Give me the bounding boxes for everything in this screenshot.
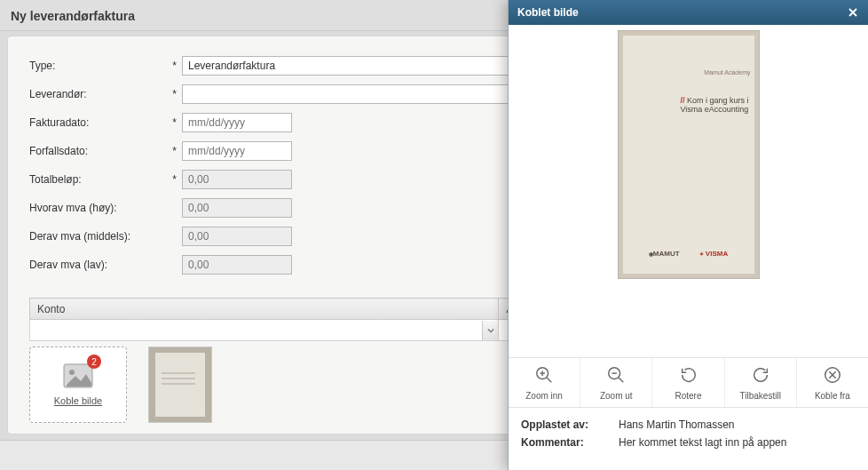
doc-logos: ◉MAMUT ✶ VISMA bbox=[618, 250, 760, 258]
required-mark: * bbox=[166, 145, 178, 157]
zoom-in-label: Zoom inn bbox=[525, 391, 563, 401]
visma-logo: ✶ VISMA bbox=[699, 250, 729, 258]
modal-title: Koblet bilde bbox=[517, 6, 579, 19]
zoom-out-button[interactable]: Zoom ut bbox=[580, 358, 652, 407]
uploaded-by-label: Opplastet av: bbox=[521, 418, 606, 431]
reset-button[interactable]: Tilbakestill bbox=[725, 358, 797, 407]
due-date-input[interactable] bbox=[182, 141, 292, 161]
attachment-count-badge: 2 bbox=[87, 354, 101, 369]
doc-brand-top: Mamut Academy bbox=[704, 69, 750, 76]
svg-point-1 bbox=[69, 370, 75, 375]
app-root: Ny leverandørfaktura Type: * Leverandør:… bbox=[0, 0, 868, 470]
required-mark: * bbox=[166, 173, 178, 186]
type-label: Type: bbox=[29, 60, 162, 72]
zoom-out-label: Zoom ut bbox=[600, 391, 633, 401]
mamut-logo: ◉MAMUT bbox=[649, 250, 680, 258]
vat-high-input[interactable] bbox=[182, 198, 292, 218]
linked-image-panel: Koblet bilde Mamut Academy // Kom i gang… bbox=[508, 0, 868, 470]
link-image-button[interactable]: 2 Koble bilde bbox=[29, 347, 127, 423]
reset-label: Tilbakestill bbox=[740, 391, 781, 401]
col-konto[interactable]: Konto bbox=[30, 299, 499, 320]
svg-line-7 bbox=[619, 377, 624, 382]
vat-mid-label: Derav mva (middels): bbox=[29, 230, 162, 243]
comment-label: Kommentar: bbox=[521, 436, 606, 449]
modal-header: Koblet bilde bbox=[509, 0, 868, 25]
zoom-in-icon bbox=[534, 365, 554, 388]
vat-mid-input[interactable] bbox=[182, 227, 292, 246]
zoom-out-icon bbox=[606, 365, 626, 388]
konto-cell-input[interactable] bbox=[30, 321, 482, 340]
invoice-date-input[interactable] bbox=[182, 113, 292, 132]
modal-body: Mamut Academy // Kom i gang kurs i Visma… bbox=[509, 25, 868, 470]
meta-row-uploaded-by: Opplastet av: Hans Martin Thomassen bbox=[521, 418, 856, 431]
image-toolbar: Zoom inn Zoom ut Rotere Tilbakestill Kob… bbox=[509, 357, 868, 407]
due-date-label: Forfallsdato: bbox=[29, 145, 162, 157]
link-image-label: Koble bilde bbox=[54, 395, 102, 406]
total-label: Totalbeløp: bbox=[29, 173, 162, 186]
svg-line-3 bbox=[547, 377, 552, 382]
supplier-label: Leverandør: bbox=[29, 88, 162, 100]
unlink-button[interactable]: Koble fra bbox=[797, 358, 868, 407]
image-icon bbox=[63, 363, 93, 392]
document-preview: Mamut Academy // Kom i gang kurs i Visma… bbox=[618, 30, 760, 279]
rotate-label: Rotere bbox=[675, 391, 702, 401]
total-input[interactable] bbox=[182, 170, 292, 189]
zoom-in-button[interactable]: Zoom inn bbox=[509, 358, 580, 407]
required-mark: * bbox=[166, 116, 178, 129]
unlink-label: Koble fra bbox=[815, 391, 850, 401]
rotate-icon bbox=[679, 365, 698, 388]
image-viewport[interactable]: Mamut Academy // Kom i gang kurs i Visma… bbox=[509, 25, 868, 357]
close-icon[interactable] bbox=[845, 4, 861, 20]
image-meta: Opplastet av: Hans Martin Thomassen Komm… bbox=[509, 407, 868, 470]
rotate-button[interactable]: Rotere bbox=[652, 358, 724, 407]
vat-low-input[interactable] bbox=[182, 255, 292, 275]
uploaded-by-value: Hans Martin Thomassen bbox=[619, 418, 856, 431]
required-mark: * bbox=[166, 60, 178, 72]
doc-title: // Kom i gang kurs i Visma eAccounting bbox=[680, 96, 748, 114]
required-mark: * bbox=[166, 88, 178, 100]
thumbnails-area: 2 Koble bilde bbox=[29, 347, 212, 423]
meta-row-comment: Kommentar: Her kommet tekst lagt inn på … bbox=[521, 436, 856, 449]
attached-image-thumbnail[interactable] bbox=[148, 347, 212, 423]
vat-low-label: Derav mva (lav): bbox=[29, 259, 162, 271]
invoice-date-label: Fakturadato: bbox=[29, 116, 162, 129]
chevron-down-icon[interactable] bbox=[482, 321, 498, 340]
vat-high-label: Hvorav mva (høy): bbox=[29, 202, 162, 214]
unlink-icon bbox=[823, 365, 842, 388]
reset-icon bbox=[751, 365, 770, 388]
comment-value: Her kommet tekst lagt inn på appen bbox=[619, 436, 856, 449]
